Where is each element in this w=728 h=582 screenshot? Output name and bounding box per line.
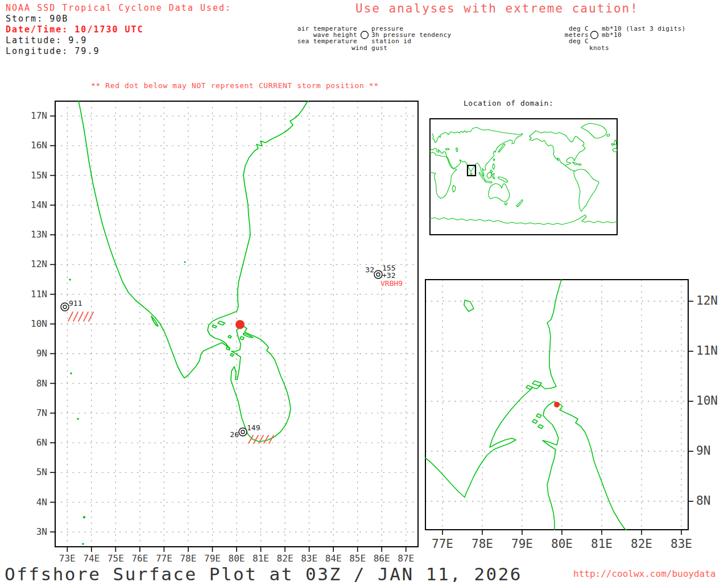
main-map-x-tick-label: 73E bbox=[53, 553, 81, 564]
main-map-x-tick-label: 84E bbox=[320, 553, 347, 564]
main-map-x-tick-label: 85E bbox=[344, 553, 371, 564]
world-inset-map bbox=[430, 119, 617, 235]
zoom-storm-position-dot bbox=[554, 402, 560, 408]
legend-station-circle bbox=[361, 31, 369, 39]
main-map-x-tick-label: 75E bbox=[102, 553, 129, 564]
main-map-x-tick-label: 74E bbox=[78, 553, 105, 564]
main-map-y-tick-label: 4N bbox=[21, 497, 47, 508]
station-911-pressure: 911 bbox=[69, 299, 82, 307]
header-source-line: NOAA SSD Tropical Cyclone Data Used: bbox=[6, 3, 231, 13]
island-dot bbox=[70, 372, 72, 375]
zoom-map-x-tick-label: 79E bbox=[502, 537, 542, 551]
main-map-x-tick-label: 87E bbox=[392, 553, 420, 564]
main-map-x-tick-label: 77E bbox=[150, 553, 177, 564]
world-inset-frame bbox=[430, 119, 617, 235]
main-map-x-tick-label: 83E bbox=[296, 553, 323, 564]
zoom-map-y-tick-label: 11N bbox=[696, 344, 728, 357]
zoom-map-y-tick-label: 12N bbox=[696, 294, 728, 307]
zoom-map-x-tick-label: 77E bbox=[423, 537, 462, 551]
main-map-x-tick-label: 80E bbox=[223, 553, 250, 564]
main-map-x-tick-label: 79E bbox=[198, 553, 226, 564]
station-vrbh9-tendency: +32 bbox=[382, 271, 395, 280]
units-knots-label: knots bbox=[589, 44, 609, 52]
header-datetime-line: Date/Time: 10/1730 UTC bbox=[6, 24, 144, 35]
zoom-map-x-tick-label: 80E bbox=[542, 537, 582, 551]
main-map-y-tick-label: 9N bbox=[21, 348, 47, 359]
main-map-y-tick-label: 16N bbox=[21, 140, 47, 151]
main-map-y-tick-label: 5N bbox=[21, 467, 47, 477]
zoom-map-x-tick-label: 83E bbox=[661, 537, 701, 551]
main-map-x-tick-label: 86E bbox=[368, 553, 395, 564]
legend-units-circle bbox=[591, 31, 598, 39]
main-map-y-tick-label: 12N bbox=[21, 259, 47, 269]
units-degc-sea-label: deg C bbox=[532, 38, 589, 45]
zoom-map-x-tick-label: 78E bbox=[462, 537, 502, 551]
header-latitude-line: Latitude: 9.9 bbox=[6, 35, 87, 45]
zoom-map-y-tick-label: 8N bbox=[696, 494, 728, 508]
world-coastline-eurasia bbox=[430, 127, 523, 176]
legend-sea-temperature-label: sea temperature bbox=[283, 38, 357, 45]
island-dot bbox=[77, 418, 79, 420]
zoom-map-x-tick-label: 82E bbox=[622, 537, 661, 551]
source-url-link[interactable]: http://coolwx.com/buoydata bbox=[573, 568, 715, 579]
zoom-map-y-tick-label: 10N bbox=[696, 394, 728, 408]
world-coastline-greenland-atlantic bbox=[581, 123, 617, 152]
main-map-y-tick-label: 15N bbox=[21, 170, 47, 181]
main-map-y-tick-label: 17N bbox=[21, 110, 47, 121]
main-map bbox=[55, 101, 418, 547]
units-mb10-label: mb*10 bbox=[602, 31, 622, 39]
storm-position-warning: ** Red dot below may NOT represent CURRE… bbox=[91, 81, 379, 90]
zoom-map-x-tick-label: 81E bbox=[582, 537, 622, 551]
coastline-india bbox=[78, 101, 308, 378]
buoy-surface-plot-page: NOAA SSD Tropical Cyclone Data Used: Sto… bbox=[0, 0, 728, 582]
zoom-coastline-sri-lanka-east bbox=[544, 402, 626, 530]
inset-map-title: Location of domain: bbox=[464, 99, 553, 107]
plot-title: Offshore Surface Plot at 03Z / JAN 11, 2… bbox=[5, 564, 522, 582]
main-map-y-tick-label: 11N bbox=[21, 289, 47, 300]
zoom-coastline-sri-lanka-west bbox=[543, 410, 559, 530]
main-map-y-tick-label: 14N bbox=[21, 199, 47, 210]
zoom-map-y-tick-label: 9N bbox=[696, 444, 728, 458]
storm-position-dot bbox=[235, 320, 245, 329]
world-coastline-australia bbox=[489, 184, 523, 207]
main-map-x-tick-label: 81E bbox=[247, 553, 275, 564]
zoom-coastline-detail bbox=[464, 300, 543, 429]
island-dot bbox=[69, 278, 71, 281]
world-coastline-antarctica bbox=[430, 215, 617, 225]
world-coastline-south-america bbox=[574, 169, 599, 211]
island-dot bbox=[83, 516, 85, 518]
main-map-y-tick-label: 6N bbox=[21, 437, 47, 448]
island-dot bbox=[184, 261, 185, 263]
caution-banner: Use analyses with extreme caution! bbox=[355, 2, 639, 15]
main-map-y-tick-label: 13N bbox=[21, 229, 47, 240]
world-coastline-africa bbox=[430, 152, 457, 198]
main-map-x-tick-label: 78E bbox=[175, 553, 202, 564]
header-longitude-line: Longitude: 79.9 bbox=[6, 46, 100, 56]
station-vrbh9-air-temp: 32 bbox=[361, 265, 374, 274]
island-dot bbox=[82, 543, 84, 545]
station-vrbh9-id: VRBH9 bbox=[380, 279, 403, 288]
header-storm-line: Storm: 90B bbox=[6, 14, 68, 24]
zoom-map bbox=[425, 280, 688, 530]
main-map-y-tick-label: 7N bbox=[21, 408, 47, 418]
station-149-sea-temp: 26 bbox=[226, 430, 239, 439]
legend-wind-gust-label: wind gust bbox=[351, 44, 387, 52]
main-map-y-tick-label: 8N bbox=[21, 378, 47, 389]
main-map-x-tick-label: 82E bbox=[271, 553, 299, 564]
station-149-pressure: 149 bbox=[247, 423, 260, 432]
main-map-y-tick-label: 10N bbox=[21, 318, 47, 329]
grid-layer bbox=[50, 101, 693, 552]
world-coastline-north-america bbox=[530, 131, 585, 171]
zoom-coastline-india bbox=[425, 280, 561, 497]
main-map-x-tick-label: 76E bbox=[126, 553, 154, 564]
main-map-y-tick-label: 3N bbox=[21, 526, 47, 537]
station-marker-vrbh9 bbox=[374, 271, 382, 278]
